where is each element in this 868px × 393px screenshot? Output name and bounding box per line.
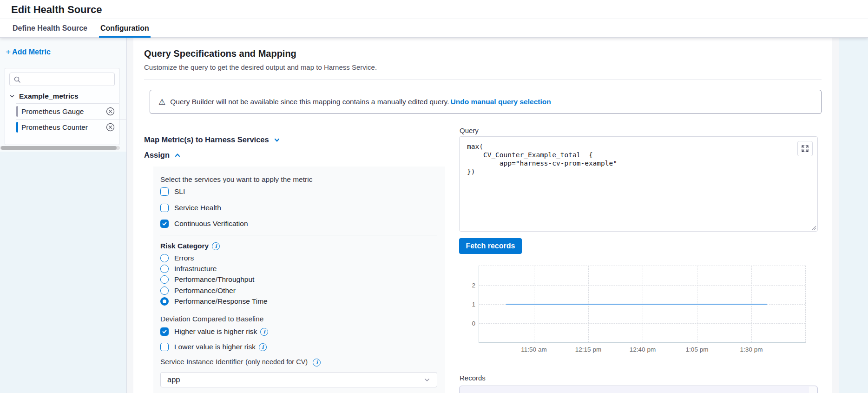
gridline-y [479,323,805,324]
radio-label: Performance/Other [174,286,236,295]
tab-configuration[interactable]: Configuration [99,19,151,37]
gridline-y [479,285,805,286]
deviation-label: Deviation Compared to Baseline [160,315,263,323]
info-icon[interactable]: i [313,359,321,366]
remove-metric-icon[interactable] [106,107,115,116]
y-axis-tick-label: 0 [457,320,475,327]
y-axis-tick-label: 2 [457,282,475,289]
chevron-down-icon [9,93,15,99]
search-icon [13,76,21,83]
divider [160,235,437,235]
service-instance-identifier-select[interactable]: app [160,372,437,387]
warning-banner: ⚠ Query Builder will not be available si… [150,90,822,114]
checkbox-icon [160,343,169,351]
warning-icon: ⚠ [158,98,165,106]
fetch-records-button[interactable]: Fetch records [459,238,522,254]
info-icon[interactable]: i [212,242,220,250]
info-icon[interactable]: i [260,328,268,336]
tab-bar: Define Health SourceConfiguration [0,19,868,38]
top-header: Edit Health Source [0,0,868,19]
radio-icon [160,265,169,273]
metric-list: Prometheus GaugePrometheus Counter [5,104,119,135]
x-axis-tick-label: 1:30 pm [728,346,775,353]
assign-label: Assign [144,151,170,160]
scroll-track-strip [832,38,839,393]
selection-bar [16,106,18,117]
radio-label: Performance/Throughput [174,275,254,284]
search-box[interactable] [9,73,115,86]
metric-item-prometheus-counter[interactable]: Prometheus Counter [5,120,119,135]
info-icon[interactable]: i [259,343,267,351]
remove-metric-icon[interactable] [106,123,115,132]
radio-errors[interactable]: Errors [160,253,194,263]
query-editor[interactable]: max( CV_Counter_Example_total { app="har… [467,142,617,176]
checkbox-lower-value-is-higher-risk[interactable]: Lower value is higher riski [160,342,267,352]
metric-list-panel: Example_metrics Prometheus GaugePromethe… [5,68,119,145]
map-metrics-section-toggle[interactable]: Map Metric(s) to Harness Services [144,135,280,144]
query-label: Query [460,127,479,134]
chevron-up-icon [174,152,181,159]
radio-label: Infrastructure [174,265,217,273]
main-panel: Query Specifications and Mapping Customi… [133,38,832,393]
radio-infrastructure[interactable]: Infrastructure [160,264,217,274]
horizontal-scrollbar [0,146,120,150]
checkbox-label: Lower value is higher risk [174,343,256,351]
checkbox-higher-value-is-higher-risk[interactable]: Higher value is higher riski [160,326,268,337]
sidebar: + Add Metric Example_metrics Prometheus … [0,38,127,393]
chevron-down-icon [424,377,430,383]
metric-item-label: Prometheus Counter [21,123,88,132]
query-editor-box: max( CV_Counter_Example_total { app="har… [459,136,818,232]
add-metric-label: Add Metric [12,48,51,56]
add-metric-button[interactable]: + Add Metric [6,48,51,56]
checkbox-sli[interactable]: SLI [160,187,185,197]
scrollbar-thumb[interactable] [1,146,117,150]
service-instance-identifier-label: Service Instance Identifier(only needed … [160,358,321,366]
x-axis-tick-label: 12:40 pm [619,346,666,353]
metric-item-prometheus-gauge[interactable]: Prometheus Gauge [5,104,119,119]
section-heading: Query Specifications and Mapping [144,48,296,59]
panel-gap-strip [127,38,133,393]
undo-query-selection-link[interactable]: Undo manual query selection [451,98,551,106]
checkbox-service-health[interactable]: Service Health [160,203,221,213]
checkbox-icon [160,187,169,196]
checkbox-checked-icon [160,327,169,336]
selection-bar [16,122,18,133]
page-title: Edit Health Source [11,4,102,16]
assign-panel: Select the services you want to apply th… [153,167,445,393]
expand-query-button[interactable] [797,141,813,156]
radio-performance-response-time[interactable]: Performance/Response Time [160,296,268,306]
expand-icon [802,145,809,152]
divider [144,80,822,80]
radio-label: Performance/Response Time [174,297,268,306]
chart-series-line [506,304,767,305]
chevron-down-icon [274,137,280,143]
radio-label: Errors [174,254,194,262]
tab-define-health-source[interactable]: Define Health Source [11,19,89,37]
records-scroll-gutter [809,386,817,393]
risk-category-label: Risk Category i [160,242,220,250]
search-input[interactable] [24,75,114,84]
warning-text: Query Builder will not be available sinc… [170,98,449,106]
screen: Edit Health Source Define Health SourceC… [0,0,868,393]
sidebar-lower-background [0,152,126,393]
radio-icon [160,254,169,262]
section-subheading: Customize the query to get the desired o… [144,63,377,71]
query-results-chart: 01211:50 am12:15 pm12:40 pm1:05 pm1:30 p… [479,266,806,343]
records-label: Records [460,374,486,382]
checkbox-label: Service Health [174,204,221,212]
x-axis-tick-label: 11:50 am [511,346,557,353]
checkbox-continuous-verification[interactable]: Continuous Verification [160,219,248,229]
y-axis-tick-label: 1 [457,301,475,308]
checkbox-label: Higher value is higher risk [174,327,257,336]
radio-performance-other[interactable]: Performance/Other [160,286,236,296]
radio-selected-icon [160,297,169,306]
checkbox-icon [160,204,169,212]
assign-section-toggle[interactable]: Assign [144,151,181,160]
x-axis-tick-label: 1:05 pm [674,346,720,353]
services-label: Select the services you want to apply th… [160,175,312,184]
checkbox-label: Continuous Verification [174,220,248,228]
metric-group-header[interactable]: Example_metrics [5,89,119,103]
resize-handle[interactable] [811,225,816,230]
radio-performance-throughput[interactable]: Performance/Throughput [160,274,254,285]
x-axis-tick-label: 12:15 pm [565,346,612,353]
